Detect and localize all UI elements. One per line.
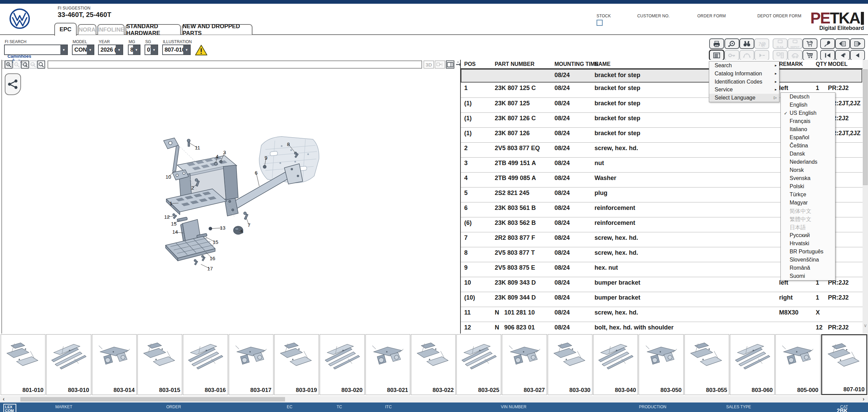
table-row[interactable]: (10)23K 809 344 D08/24bumper bracketrigh…: [461, 292, 863, 307]
thumbnail-803-027[interactable]: 803-027: [502, 334, 547, 395]
table-row[interactable]: 12N 906 823 0108/24bolt, hex. hd. with s…: [461, 322, 863, 334]
pin-button[interactable]: [820, 38, 835, 49]
car-parts-button[interactable]: [788, 50, 803, 60]
chevron-down-icon[interactable]: ▼: [87, 45, 94, 54]
cart-button[interactable]: [803, 50, 817, 60]
language-option-日本語[interactable]: 日本語: [781, 223, 835, 231]
menu-item-search[interactable]: Search▸: [709, 61, 779, 70]
thumbnail-805-000[interactable]: 805-000: [775, 334, 820, 395]
language-option-español[interactable]: Español: [781, 133, 835, 142]
play-dash-button[interactable]: [754, 50, 769, 60]
language-option-magyar[interactable]: Magyar: [781, 199, 835, 207]
selected-table-row[interactable]: 08/24bracket for step: [461, 69, 862, 83]
language-option-français[interactable]: Français: [781, 117, 835, 125]
zoom-area-button[interactable]: [21, 60, 29, 69]
split-view-button[interactable]: [446, 60, 454, 69]
thumbnail-803-050[interactable]: 803-050: [639, 334, 683, 395]
thumbnail-803-014[interactable]: 803-014: [92, 334, 137, 395]
illustration-combobox[interactable]: 807-010▼: [162, 44, 191, 55]
scroll-right-icon[interactable]: ›: [863, 396, 865, 402]
language-option-简体中文[interactable]: 简体中文: [781, 207, 835, 215]
model-combobox[interactable]: COND▼: [72, 44, 94, 55]
language-option-suomi[interactable]: Suomi: [781, 272, 835, 280]
table-row[interactable]: 11N 101 281 1008/24screw, hex. hd.M8X30X: [461, 307, 863, 322]
sg-combobox[interactable]: 07▼: [145, 44, 158, 55]
thumbnail-803-055[interactable]: 803-055: [684, 334, 729, 395]
tab-nora[interactable]: NORA: [78, 24, 96, 35]
chevron-down-icon[interactable]: ▼: [133, 45, 140, 54]
stock-checkbox[interactable]: [597, 20, 603, 26]
language-option-italiano[interactable]: Italiano: [781, 125, 835, 133]
panel-divider[interactable]: [1, 60, 2, 334]
thumbnail-803-022[interactable]: 803-022: [411, 334, 456, 395]
language-option-br-português[interactable]: BR Português: [781, 248, 835, 256]
zoom-100-button[interactable]: 100%: [29, 60, 37, 69]
thumbnail-803-025[interactable]: 803-025: [456, 334, 501, 395]
language-option-slovenščina[interactable]: Slovenščina: [781, 256, 835, 264]
language-option-русский[interactable]: Русский: [781, 231, 835, 239]
language-option-svenska[interactable]: Svenska: [781, 174, 835, 182]
thumbnail-803-020[interactable]: 803-020: [320, 334, 364, 395]
language-option-dansk[interactable]: Dansk: [781, 150, 835, 158]
thumbnail-803-010[interactable]: 803-010: [46, 334, 91, 395]
menu-item-service[interactable]: Service▸: [709, 86, 779, 94]
thumbnail-803-017[interactable]: 803-017: [229, 334, 273, 395]
help-button[interactable]: ?@: [754, 38, 769, 49]
language-option-nederlands[interactable]: Nederlands: [781, 158, 835, 166]
thumbnail-scrollbar-thumb[interactable]: [20, 397, 285, 401]
binoculars-button[interactable]: [739, 38, 754, 49]
language-option-hrvatski[interactable]: Hrvatski: [781, 239, 835, 248]
language-option-türkçe[interactable]: Türkçe: [781, 191, 835, 199]
language-option-norsk[interactable]: Norsk: [781, 166, 835, 174]
elsa-button[interactable]: ELSA: [773, 38, 788, 49]
thumbnail-803-060[interactable]: 803-060: [730, 334, 775, 395]
view-3d-button[interactable]: 3D: [423, 60, 434, 69]
share-button[interactable]: [5, 73, 21, 95]
magnifier-button[interactable]: [37, 60, 45, 69]
handles-button[interactable]: [739, 50, 754, 60]
thumbnail-803-015[interactable]: 803-015: [137, 334, 182, 395]
thumbnail-803-016[interactable]: 803-016: [183, 334, 228, 395]
page-next-button[interactable]: [850, 38, 865, 49]
thumbnail-803-021[interactable]: 803-021: [365, 334, 410, 395]
scroll-down-icon[interactable]: ∨: [864, 323, 867, 328]
fi-search-combobox[interactable]: ▼: [4, 44, 68, 55]
scroll-left-icon[interactable]: ‹: [3, 396, 5, 402]
chevron-down-icon[interactable]: ▼: [116, 45, 122, 54]
send-to-grid-button[interactable]: [435, 60, 445, 69]
zoom-in-button[interactable]: [5, 60, 13, 69]
exploded-diagram[interactable]: 114389106211215131475151617: [146, 132, 322, 282]
thumbnail-807-010[interactable]: 807-010: [821, 334, 867, 395]
language-option-english[interactable]: English: [781, 101, 835, 109]
tab-standard-hardware[interactable]: STANDARD HARDWARE: [126, 24, 181, 35]
mg-combobox[interactable]: 8▼: [128, 44, 140, 55]
list-button[interactable]: [709, 50, 724, 60]
language-option-deutsch[interactable]: Deutsch: [781, 93, 835, 101]
tab-epc[interactable]: EPC: [54, 23, 77, 36]
thumbnail-801-010[interactable]: 801-010: [1, 334, 45, 395]
nav-first-button[interactable]: [820, 50, 835, 60]
thumbnail-803-040[interactable]: 803-040: [593, 334, 638, 395]
monitor-list-button[interactable]: [773, 50, 788, 60]
chevron-down-icon[interactable]: ▼: [151, 45, 157, 54]
chevron-down-icon[interactable]: ▼: [60, 45, 67, 54]
depot-button[interactable]: DEPOT: [788, 38, 803, 49]
tab-infoline[interactable]: INFOLINE: [97, 24, 125, 35]
language-option-čeština[interactable]: Čeština: [781, 142, 835, 150]
language-option-polski[interactable]: Polski: [781, 182, 835, 191]
key-button[interactable]: [724, 50, 739, 60]
page-prev-button[interactable]: [835, 38, 850, 49]
menu-item-identification-codes[interactable]: Identification Codes▸: [709, 78, 779, 86]
print-button[interactable]: [709, 38, 724, 49]
year-combobox[interactable]: 2026 (T)▼: [98, 44, 123, 55]
tab-new-and-dropped-parts[interactable]: NEW AND DROPPED PARTS: [182, 24, 252, 35]
thumbnail-803-019[interactable]: 803-019: [274, 334, 319, 395]
chevron-down-icon[interactable]: ▼: [183, 45, 190, 54]
language-option-繁體中文[interactable]: 繁體中文: [781, 215, 835, 223]
nav-prev-button[interactable]: [835, 50, 850, 60]
wheel-button[interactable]: [724, 38, 739, 49]
table-scrollbar-thumb[interactable]: [863, 69, 868, 185]
menu-item-catalog-information[interactable]: Catalog Information▸: [709, 70, 779, 78]
language-option-română[interactable]: Română: [781, 264, 835, 272]
cart-add-button[interactable]: [803, 38, 817, 49]
